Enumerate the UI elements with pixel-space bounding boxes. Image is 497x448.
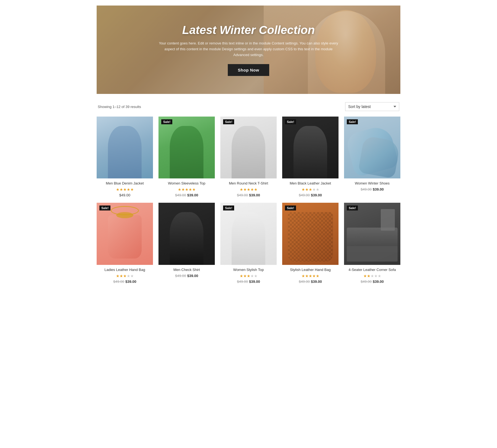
person-silhouette — [170, 126, 203, 179]
price-original: $49.00 — [175, 274, 186, 278]
star-filled: ★ — [120, 274, 123, 278]
product-image: Sale! — [97, 203, 153, 265]
price-original: $49.00 — [237, 280, 248, 284]
product-stars: ★★★★★ — [97, 274, 153, 278]
star-empty: ★ — [250, 274, 254, 278]
price-original: $49.00 — [299, 280, 310, 284]
star-filled: ★ — [254, 187, 258, 192]
product-card[interactable]: Men Check Shirt $49.00$39.00 — [158, 203, 215, 283]
star-filled: ★ — [120, 187, 123, 192]
price-only: $49.00 — [119, 193, 130, 197]
product-price: $49.00$39.00 — [344, 187, 400, 191]
product-grid: Men Blue Denim Jacket ★★★★★ $49.00 Sale!… — [97, 117, 400, 284]
sale-badge: Sale! — [223, 119, 234, 124]
sort-dropdown[interactable]: Sort by latestSort by popularitySort by … — [345, 102, 399, 111]
product-name: Women Winter Shoes — [344, 181, 400, 186]
shop-now-button[interactable]: Shop Now — [228, 64, 269, 76]
star-filled: ★ — [309, 187, 312, 192]
product-card[interactable]: Sale! Men Round Neck T-Shirt ★★★★★ $49.0… — [220, 117, 277, 197]
product-name: Men Black Leather Jacket — [282, 181, 339, 186]
product-stars: ★★★★★ — [344, 274, 400, 278]
product-stars: ★★★★★ — [220, 274, 277, 278]
star-filled: ★ — [123, 274, 127, 278]
product-price: $49.00$39.00 — [282, 193, 339, 197]
product-card[interactable]: Sale! 4-Seater Leather Corner Sofa ★★★★★… — [344, 203, 400, 283]
price-sale: $39.00 — [249, 193, 260, 197]
bag-shape — [108, 215, 142, 259]
star-filled: ★ — [240, 274, 243, 278]
star-filled: ★ — [178, 187, 181, 192]
product-price: $49.00$39.00 — [97, 280, 153, 284]
price-original: $49.00 — [299, 193, 310, 197]
product-stars: ★★★★★ — [158, 187, 215, 192]
sale-badge: Sale! — [285, 205, 296, 210]
price-sale: $39.00 — [249, 280, 260, 284]
person-silhouette — [294, 126, 327, 179]
product-price: $49.00$39.00 — [158, 274, 215, 278]
product-name: Stylish Leather Hand Bag — [282, 268, 339, 272]
star-filled: ★ — [192, 187, 196, 192]
product-image: Sale! — [220, 203, 277, 265]
star-empty: ★ — [374, 274, 378, 278]
product-card[interactable]: Sale! Women Winter Shoes $49.00$39.00 — [344, 117, 400, 197]
product-price: $49.00$39.00 — [282, 280, 339, 284]
product-card[interactable]: Sale! Women Stylish Top ★★★★★ $49.00$39.… — [220, 203, 277, 283]
star-filled: ★ — [302, 274, 305, 278]
star-filled: ★ — [181, 187, 185, 192]
star-filled: ★ — [240, 187, 243, 192]
sale-badge: Sale! — [347, 205, 358, 210]
product-card[interactable]: Men Blue Denim Jacket ★★★★★ $49.00 — [97, 117, 153, 197]
person-silhouette — [232, 126, 265, 179]
product-name: 4-Seater Leather Corner Sofa — [344, 268, 400, 272]
product-stars: ★★★★★ — [220, 187, 277, 192]
person-silhouette — [170, 212, 203, 265]
star-empty: ★ — [378, 274, 381, 278]
price-sale: $39.00 — [311, 280, 322, 284]
product-price: $49.00$39.00 — [158, 193, 215, 197]
product-card[interactable]: Sale! Women Sleeveless Top ★★★★★ $49.00$… — [158, 117, 215, 197]
sale-badge: Sale! — [99, 205, 110, 210]
star-filled: ★ — [367, 274, 371, 278]
product-image: Sale! — [282, 203, 339, 265]
shop-controls: Showing 1–12 of 39 results Sort by lates… — [97, 102, 400, 111]
price-original: $49.00 — [361, 280, 372, 284]
wall-art — [381, 209, 395, 231]
product-image — [158, 203, 215, 265]
star-filled: ★ — [316, 274, 319, 278]
sale-badge: Sale! — [161, 119, 172, 124]
hero-subtitle: Your content goes here. Edit or remove t… — [157, 41, 340, 58]
star-empty: ★ — [312, 187, 316, 192]
star-filled: ★ — [247, 187, 250, 192]
product-price: $49.00$39.00 — [220, 280, 277, 284]
bag-handle — [111, 206, 139, 215]
star-filled: ★ — [189, 187, 192, 192]
star-filled: ★ — [247, 274, 250, 278]
product-card[interactable]: Sale! Stylish Leather Hand Bag ★★★★★ $49… — [282, 203, 339, 283]
star-filled: ★ — [302, 187, 305, 192]
sofa-seat — [347, 246, 398, 262]
star-filled: ★ — [305, 274, 309, 278]
price-sale: $39.00 — [373, 280, 384, 284]
results-count: Showing 1–12 of 39 results — [98, 105, 141, 109]
product-card[interactable]: Sale! Ladies Leather Hand Bag ★★★★★ $49.… — [97, 203, 153, 283]
product-stars: ★★★★★ — [282, 274, 339, 278]
product-image: Sale! — [158, 117, 215, 178]
product-stars: ★★★★★ — [97, 187, 153, 192]
star-empty: ★ — [130, 274, 134, 278]
star-filled: ★ — [312, 274, 316, 278]
price-sale: $39.00 — [187, 274, 198, 278]
star-filled: ★ — [123, 187, 127, 192]
star-filled: ★ — [127, 187, 130, 192]
sale-badge: Sale! — [347, 119, 358, 124]
star-filled: ★ — [363, 274, 367, 278]
product-image — [97, 117, 153, 178]
star-filled: ★ — [309, 274, 312, 278]
product-stars: ★★★★★ — [282, 187, 339, 192]
star-empty: ★ — [254, 274, 258, 278]
product-card[interactable]: Sale! Men Black Leather Jacket ★★★★★ $49… — [282, 117, 339, 197]
star-filled: ★ — [185, 187, 189, 192]
price-sale: $39.00 — [311, 193, 322, 197]
star-empty: ★ — [371, 274, 374, 278]
price-original: $49.00 — [175, 193, 186, 197]
star-empty: ★ — [316, 187, 319, 192]
